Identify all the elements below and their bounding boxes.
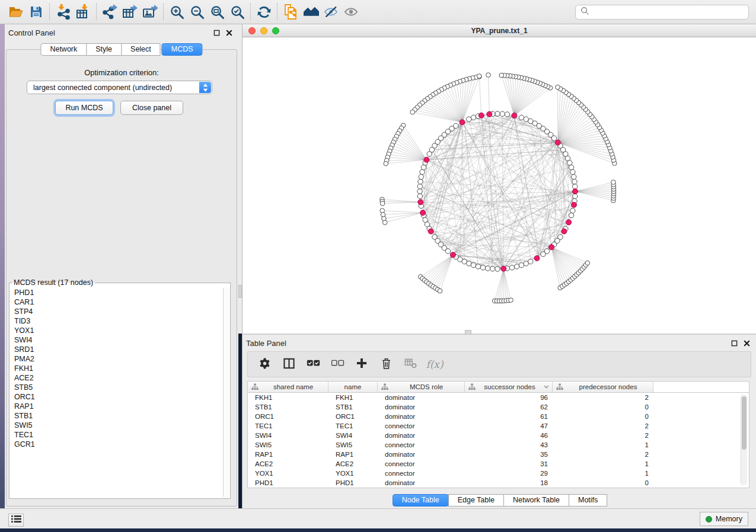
network-canvas[interactable]: [243, 37, 756, 334]
show-all-button[interactable]: [341, 3, 361, 21]
cell-successor_nodes: 35: [465, 450, 553, 459]
run-mcds-button[interactable]: Run MCDS: [55, 101, 113, 115]
table-settings-button[interactable]: [255, 355, 274, 374]
column-header-shared-name[interactable]: shared name: [248, 382, 328, 393]
save-session-button[interactable]: [26, 3, 46, 21]
tab-select[interactable]: Select: [121, 43, 161, 56]
tab-style[interactable]: Style: [86, 43, 122, 56]
table-scrollbar[interactable]: [741, 395, 747, 485]
import-table-button[interactable]: [73, 3, 93, 21]
float-panel-icon[interactable]: [213, 30, 220, 36]
first-neighbors-button[interactable]: [301, 3, 321, 21]
close-table-panel-icon[interactable]: [744, 340, 750, 347]
import-network-button[interactable]: [53, 3, 73, 21]
network-graph[interactable]: [243, 37, 756, 334]
export-table-button[interactable]: [120, 3, 140, 21]
mcds-result-item[interactable]: RAP1: [10, 402, 222, 411]
mcds-result-item[interactable]: STP4: [10, 307, 222, 316]
export-network-button[interactable]: [100, 3, 120, 21]
zoom-out-button[interactable]: [187, 3, 207, 21]
cell-name: SWI5: [328, 440, 378, 450]
mcds-result-title: MCDS result (17 nodes): [12, 278, 95, 287]
column-layout-button[interactable]: [279, 355, 298, 374]
horizontal-splitter-grip[interactable]: [465, 330, 471, 335]
mcds-result-item[interactable]: SWI5: [10, 421, 222, 430]
mcds-result-item[interactable]: STB5: [10, 383, 222, 392]
table-row[interactable]: FKH1FKH1dominator962: [248, 393, 749, 402]
column-header-label: predecessor nodes: [563, 383, 653, 390]
mcds-result-item[interactable]: STB1: [10, 411, 222, 421]
tab-edge-table[interactable]: Edge Table: [448, 494, 504, 507]
task-history-button[interactable]: [8, 514, 24, 527]
mcds-list-scrollbar[interactable]: [223, 288, 229, 497]
search-box[interactable]: [575, 5, 749, 20]
table-row[interactable]: PHD1PHD1dominator180: [248, 478, 749, 488]
deselect-all-rows-button[interactable]: [328, 355, 347, 374]
mcds-result-item[interactable]: SWI4: [10, 335, 222, 345]
tab-mcds[interactable]: MCDS: [162, 43, 203, 56]
zoom-fit-button[interactable]: [207, 3, 227, 21]
zoom-selected-button[interactable]: [227, 3, 247, 21]
float-table-panel-icon[interactable]: [731, 340, 738, 347]
mcds-result-item[interactable]: SRD1: [10, 345, 222, 354]
delete-columns-button[interactable]: [377, 355, 395, 374]
tab-network[interactable]: Network: [40, 43, 87, 56]
table-row[interactable]: ACE2ACE2connector311: [248, 459, 749, 469]
table-header-row: shared namenameMCDS rolesuccessor nodesp…: [248, 382, 749, 393]
table-row[interactable]: STB1STB1dominator620: [248, 402, 749, 412]
export-image-icon: [142, 4, 158, 20]
cell-name: TEC1: [328, 421, 378, 431]
tab-motifs[interactable]: Motifs: [569, 494, 607, 507]
mcds-result-item[interactable]: CAR1: [10, 297, 222, 307]
cell-shared_name: RAP1: [248, 450, 328, 459]
mcds-result-item[interactable]: GCR1: [10, 440, 222, 449]
cell-shared_name: PHD1: [248, 478, 328, 488]
cell-name: ORC1: [328, 412, 378, 421]
mcds-result-item[interactable]: TEC1: [10, 430, 222, 440]
mcds-result-item[interactable]: YOX1: [10, 326, 222, 335]
tab-network-table[interactable]: Network Table: [503, 494, 569, 507]
function-builder-button: f(x): [425, 355, 444, 374]
search-input[interactable]: [593, 8, 744, 17]
table-row[interactable]: TEC1TEC1connector472: [248, 421, 749, 431]
mcds-result-item[interactable]: ORC1: [10, 392, 222, 402]
close-panel-icon[interactable]: [226, 30, 232, 36]
column-header-label: shared name: [259, 383, 328, 390]
duplicate-network-button[interactable]: [280, 3, 301, 21]
select-all-rows-button[interactable]: [304, 355, 323, 374]
optimization-criterion-select[interactable]: largest connected component (undirected): [27, 81, 212, 94]
memory-button[interactable]: Memory: [700, 512, 748, 526]
mcds-result-item[interactable]: ACE2: [10, 373, 222, 383]
zoom-out-icon: [190, 5, 205, 20]
column-header-MCDS-role[interactable]: MCDS role: [378, 382, 465, 393]
delete-table-icon: [404, 357, 417, 371]
export-image-button[interactable]: [140, 3, 160, 21]
cell-mcds_role: connector: [378, 469, 465, 478]
search-icon: [580, 7, 589, 18]
cell-predecessor_nodes: 2: [553, 431, 653, 440]
toolbar-separator: [96, 4, 97, 20]
network-window-titlebar: YPA_prune.txt_1: [243, 24, 756, 37]
table-scrollbar-thumb[interactable]: [742, 396, 747, 450]
table-row[interactable]: SWI4SWI4dominator462: [248, 431, 749, 440]
refresh-button[interactable]: [254, 3, 274, 21]
mcds-result-item[interactable]: TID3: [10, 316, 222, 326]
create-column-button[interactable]: [352, 355, 371, 374]
tab-node-table[interactable]: Node Table: [393, 494, 449, 507]
close-panel-button[interactable]: Close panel: [120, 101, 183, 115]
mcds-result-item[interactable]: PHD1: [10, 288, 222, 297]
table-row[interactable]: SWI5SWI5connector431: [248, 440, 749, 450]
table-row[interactable]: YOX1YOX1connector291: [248, 469, 749, 478]
open-file-button[interactable]: [6, 3, 26, 21]
mcds-result-item[interactable]: FKH1: [10, 364, 222, 373]
column-header-name[interactable]: name: [328, 382, 378, 393]
table-row[interactable]: RAP1RAP1dominator352: [248, 450, 749, 459]
hide-selected-button[interactable]: [321, 3, 341, 21]
table-row[interactable]: ORC1ORC1dominator610: [248, 412, 749, 421]
mcds-result-item[interactable]: PMA2: [10, 354, 222, 364]
cell-successor_nodes: 96: [465, 393, 553, 402]
zoom-in-button[interactable]: [167, 3, 187, 21]
cell-name: ACE2: [328, 459, 378, 469]
column-header-predecessor-nodes[interactable]: predecessor nodes: [553, 382, 653, 393]
column-header-successor-nodes[interactable]: successor nodes: [465, 382, 553, 393]
